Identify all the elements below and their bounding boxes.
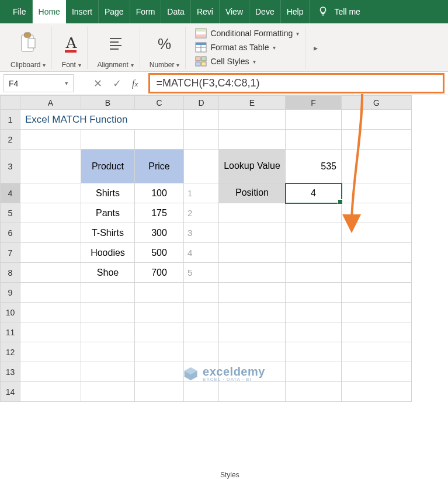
group-styles-label: Styles (220, 471, 239, 479)
clipboard-icon[interactable] (18, 27, 38, 60)
name-box-value: F4 (9, 79, 18, 88)
format-as-table-button[interactable]: Format as Table▾ (195, 42, 299, 53)
svg-rect-2 (28, 39, 35, 48)
table-row[interactable]: Hoodies (81, 243, 135, 263)
chevron-down-icon: ▾ (273, 44, 276, 51)
table-row[interactable]: 700 (135, 263, 184, 283)
chevron-down-icon[interactable]: ▾ (43, 62, 46, 68)
row-header-14[interactable]: 14 (1, 382, 20, 402)
font-icon[interactable]: A (61, 27, 81, 60)
sheet-area: A B C D E F G 1 Excel MATCH Function 2 3… (0, 95, 448, 402)
table-row[interactable]: Shoe (81, 263, 135, 283)
chevron-down-icon: ▾ (296, 30, 299, 37)
chevron-down-icon[interactable]: ▾ (78, 62, 81, 68)
name-box[interactable]: F4 ▾ (4, 74, 74, 92)
group-number-label: Number (150, 61, 175, 69)
percent-icon[interactable]: % (155, 27, 175, 60)
svg-rect-19 (196, 62, 200, 66)
select-all-corner[interactable] (1, 96, 20, 110)
formula-input[interactable]: =MATCH(F3,C4:C8,1) (148, 73, 444, 93)
tell-me[interactable]: Tell me (310, 0, 368, 23)
chevron-down-icon: ▾ (253, 58, 256, 65)
tab-insert[interactable]: Insert (66, 0, 99, 23)
col-header-G[interactable]: G (342, 96, 412, 110)
col-header-B[interactable]: B (81, 96, 135, 110)
row-header-12[interactable]: 12 (1, 342, 20, 362)
conditional-formatting-button[interactable]: Conditional Formatting▾ (195, 28, 299, 39)
tab-help[interactable]: Help (281, 0, 310, 23)
row-header-11[interactable]: 11 (1, 322, 20, 342)
group-alignment: Alignment▾ (91, 27, 140, 69)
svg-rect-17 (196, 57, 200, 61)
lookup-value-label[interactable]: Lookup Value (219, 150, 286, 183)
svg-text:%: % (158, 35, 171, 53)
tab-developer[interactable]: Deve (249, 0, 281, 23)
index-label[interactable]: 3 (184, 223, 219, 243)
table-header-price[interactable]: Price (135, 150, 184, 183)
group-clipboard-label: Clipboard (11, 61, 40, 69)
table-row[interactable]: 500 (135, 243, 184, 263)
alignment-icon[interactable] (106, 27, 126, 60)
watermark: exceldemy EXCEL · DATA · BI (183, 366, 265, 382)
title-cell[interactable]: Excel MATCH Function (20, 110, 184, 130)
row-header-2[interactable]: 2 (1, 130, 20, 150)
row-header-8[interactable]: 8 (1, 263, 20, 283)
svg-rect-18 (202, 57, 206, 61)
index-label[interactable]: 5 (184, 263, 219, 283)
table-row[interactable]: 175 (135, 203, 184, 223)
index-label[interactable]: 1 (184, 183, 219, 203)
row-header-5[interactable]: 5 (1, 203, 20, 223)
chevron-down-icon[interactable]: ▾ (131, 62, 134, 68)
tab-file[interactable]: File (7, 0, 33, 23)
row-header-9[interactable]: 9 (1, 283, 20, 303)
fx-icon[interactable]: fx (132, 78, 138, 89)
index-label[interactable]: 2 (184, 203, 219, 223)
row-header-6[interactable]: 6 (1, 223, 20, 243)
index-label[interactable]: 4 (184, 243, 219, 263)
tell-me-label: Tell me (334, 7, 360, 16)
row-header-13[interactable]: 13 (1, 362, 20, 382)
row-header-1[interactable]: 1 (1, 110, 20, 130)
tab-review[interactable]: Revi (191, 0, 220, 23)
col-header-D[interactable]: D (184, 96, 219, 110)
col-header-C[interactable]: C (135, 96, 184, 110)
tab-home[interactable]: Home (33, 0, 66, 23)
tab-page[interactable]: Page (99, 0, 130, 23)
cell-styles-button[interactable]: Cell Styles▾ (195, 56, 299, 67)
svg-rect-20 (202, 62, 206, 66)
chevron-down-icon[interactable]: ▾ (65, 79, 68, 87)
row-header-10[interactable]: 10 (1, 303, 20, 322)
cancel-icon[interactable]: ✕ (93, 77, 102, 90)
lookup-position-label[interactable]: Position (219, 183, 286, 203)
svg-rect-1 (25, 33, 30, 37)
table-row[interactable]: Pants (81, 203, 135, 223)
group-alignment-label: Alignment (97, 61, 128, 69)
table-row[interactable]: T-Shirts (81, 223, 135, 243)
lookup-result-cell[interactable]: 4 (286, 183, 342, 203)
ribbon-more-icon[interactable]: ▸ (309, 27, 322, 69)
ribbon-content: Clipboard▾ A Font▾ Alignment▾ % Number▾ … (0, 23, 448, 72)
svg-text:A: A (65, 33, 78, 51)
ribbon-tabs: File Home Insert Page Form Data Revi Vie… (0, 0, 448, 23)
row-header-3[interactable]: 3 (1, 150, 20, 183)
col-header-E[interactable]: E (219, 96, 286, 110)
enter-icon[interactable]: ✓ (113, 77, 121, 90)
table-row[interactable]: Shirts (81, 183, 135, 203)
col-header-A[interactable]: A (20, 96, 81, 110)
lookup-value-cell[interactable]: 535 (286, 150, 342, 183)
col-header-F[interactable]: F (286, 96, 342, 110)
table-row[interactable]: 300 (135, 223, 184, 243)
chevron-down-icon[interactable]: ▾ (176, 62, 179, 68)
row-header-7[interactable]: 7 (1, 243, 20, 263)
lightbulb-icon (318, 6, 328, 18)
tab-formulas[interactable]: Form (130, 0, 162, 23)
group-font-label: Font (62, 61, 76, 69)
group-font: A Font▾ (55, 27, 88, 69)
spreadsheet-grid[interactable]: A B C D E F G 1 Excel MATCH Function 2 3… (0, 95, 412, 402)
tab-view[interactable]: View (220, 0, 249, 23)
table-row[interactable]: 100 (135, 183, 184, 203)
table-header-product[interactable]: Product (81, 150, 135, 183)
row-header-4[interactable]: 4 (1, 183, 20, 203)
svg-rect-4 (65, 50, 77, 53)
tab-data[interactable]: Data (161, 0, 191, 23)
